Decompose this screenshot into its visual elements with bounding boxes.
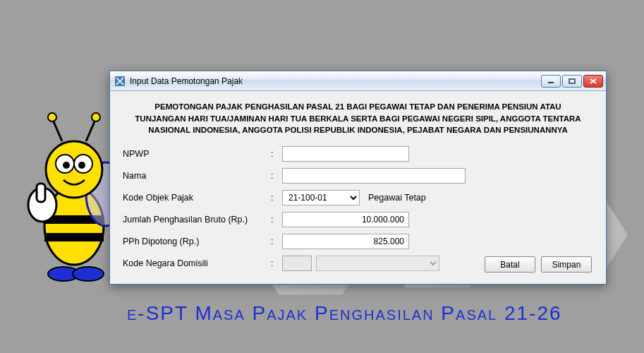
kode-objek-select[interactable]: 21-100-01 (282, 190, 360, 205)
input-data-dialog: Input Data Pemotongan Pajak PEMOTONGAN P… (109, 71, 607, 285)
app-icon (114, 76, 126, 87)
nama-label: Nama (123, 171, 271, 181)
bruto-label: Jumlah Penghasilan Bruto (Rp.) (123, 215, 271, 225)
svg-point-7 (63, 162, 70, 169)
close-button[interactable] (583, 75, 603, 88)
dialog-title: Input Data Pemotongan Pajak (130, 76, 541, 86)
svg-point-8 (78, 162, 85, 169)
bruto-input[interactable] (282, 212, 409, 227)
svg-line-11 (86, 120, 95, 141)
pph-label: PPh Dipotong (Rp.) (123, 237, 271, 246)
domisili-select (316, 256, 439, 271)
title-bar[interactable]: Input Data Pemotongan Pajak (110, 71, 606, 91)
close-icon (590, 78, 597, 84)
svg-point-16 (73, 267, 104, 281)
svg-rect-2 (44, 233, 104, 241)
svg-point-10 (48, 113, 56, 121)
maximize-button[interactable] (562, 75, 582, 88)
domisili-label: Kode Negara Domisili (123, 258, 271, 268)
svg-line-9 (53, 120, 62, 141)
nama-input[interactable] (282, 168, 466, 184)
minimize-button[interactable] (541, 75, 561, 88)
kode-objek-hint: Pegawai Tetap (368, 193, 426, 203)
pph-input[interactable] (282, 234, 409, 249)
svg-rect-14 (37, 184, 45, 202)
domisili-code-input (282, 256, 312, 271)
svg-point-4 (46, 141, 102, 198)
kode-objek-label: Kode Objek Pajak (123, 193, 271, 203)
maximize-icon (569, 78, 576, 84)
npwp-label: NPWP (123, 149, 271, 159)
save-button[interactable]: Simpan (541, 256, 592, 273)
dialog-header-text: PEMOTONGAN PAJAK PENGHASILAN PASAL 21 BA… (123, 98, 593, 146)
app-footer-title: e-SPT Masa Pajak Penghasilan Pasal 21-26 (127, 302, 562, 325)
minimize-icon (547, 78, 554, 84)
svg-point-12 (92, 113, 100, 121)
cancel-button[interactable]: Batal (485, 256, 535, 273)
npwp-input[interactable] (282, 146, 409, 162)
svg-rect-19 (569, 79, 575, 83)
